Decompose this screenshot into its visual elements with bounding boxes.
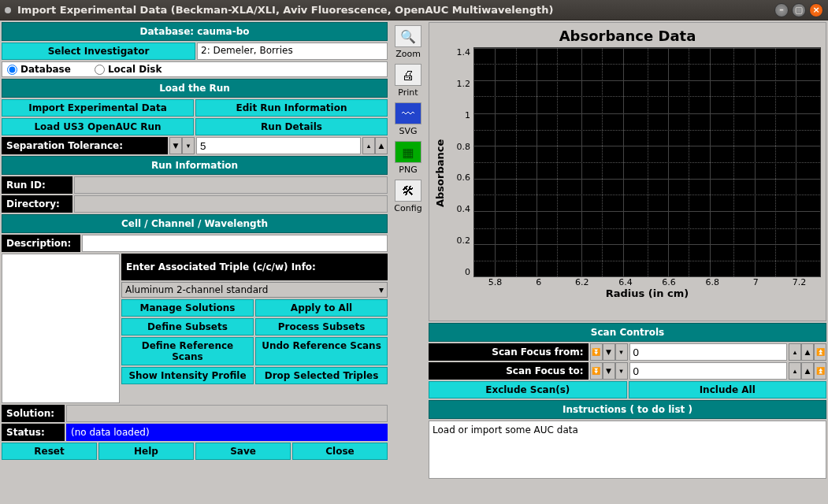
scan-to-input[interactable] (629, 362, 788, 380)
solution-field[interactable] (66, 405, 388, 422)
scan-from-bup[interactable]: ▲ (801, 343, 814, 361)
load-run-header: Load the Run (2, 79, 388, 98)
scan-from-dn[interactable]: ▾ (615, 343, 628, 361)
reset-button[interactable]: Reset (2, 443, 97, 460)
radio-database[interactable]: Database (7, 64, 71, 75)
define-subsets-button[interactable]: Define Subsets (121, 318, 254, 335)
help-button[interactable]: Help (98, 443, 194, 460)
scan-from-label: Scan Focus from: (429, 343, 589, 361)
zoom-tool[interactable]: 🔍 Zoom (392, 24, 425, 61)
chart: Absorbance Data Absorbance 1.4 1.2 1 0.8… (429, 22, 826, 321)
svg-tool[interactable]: 〰 SVG (392, 101, 425, 138)
print-tool[interactable]: 🖨 Print (392, 62, 425, 99)
source-radio-group: Database Local Disk (2, 61, 388, 77)
include-all-button[interactable]: Include All (629, 381, 827, 398)
sep-tol-big-up[interactable]: ▲ (375, 137, 388, 154)
scan-to-bup[interactable]: ▲ (801, 362, 814, 380)
apply-all-button[interactable]: Apply to All (255, 299, 388, 317)
triple-list[interactable] (2, 254, 120, 403)
scan-to-dn[interactable]: ▾ (615, 362, 628, 380)
exclude-scans-button[interactable]: Exclude Scan(s) (429, 381, 627, 398)
database-header: Database: cauma-bo (2, 22, 388, 41)
run-id-label: Run ID: (2, 176, 72, 194)
minimize-button[interactable]: – (774, 3, 789, 17)
scan-from-input[interactable] (629, 343, 788, 361)
chart-title: Absorbance Data (434, 28, 821, 44)
sep-tol-up[interactable]: ▴ (362, 137, 375, 154)
manage-solutions-button[interactable]: Manage Solutions (121, 299, 254, 317)
run-details-button[interactable]: Run Details (195, 118, 388, 135)
scan-from-bbup[interactable]: ⏫ (814, 343, 826, 361)
chart-xlabel: Radius (in cm) (450, 287, 821, 299)
triple-info-header: Enter Associated Triple (c/c/w) Info: (121, 254, 388, 280)
chart-ylabel: Absorbance (434, 47, 450, 299)
png-tool[interactable]: ▦ PNG (392, 139, 425, 176)
description-label: Description: (2, 235, 80, 252)
sep-tol-input[interactable] (196, 137, 361, 154)
load-us3-button[interactable]: Load US3 OpenAUC Run (2, 118, 194, 135)
scan-to-bbdn[interactable]: ⏬ (590, 362, 603, 380)
instructions-header: Instructions ( to do list ) (429, 400, 826, 419)
process-subsets-button[interactable]: Process Subsets (255, 318, 388, 335)
scan-to-bbup[interactable]: ⏫ (814, 362, 826, 380)
chevron-down-icon: ▾ (379, 284, 384, 295)
sep-tol-label: Separation Tolerance: (2, 137, 168, 154)
radio-local-disk[interactable]: Local Disk (95, 64, 162, 75)
close-button[interactable]: Close (292, 443, 388, 460)
directory-field[interactable] (74, 195, 388, 213)
investigator-field[interactable]: 2: Demeler, Borries (197, 43, 388, 60)
chart-yticks: 1.4 1.2 1 0.8 0.6 0.4 0.2 0 (450, 47, 473, 277)
undo-ref-button[interactable]: Undo Reference Scans (255, 337, 388, 365)
edit-run-button[interactable]: Edit Run Information (195, 99, 388, 117)
svg-icon: 〰 (395, 102, 421, 124)
instructions-text: Load or import some AUC data (429, 421, 826, 479)
window-dot-icon (5, 7, 11, 13)
run-id-field[interactable] (74, 176, 388, 194)
select-investigator-button[interactable]: Select Investigator (2, 43, 195, 60)
description-field[interactable] (82, 235, 388, 252)
sep-tol-big-down[interactable]: ▼ (169, 137, 182, 154)
config-tool[interactable]: 🛠 Config (392, 178, 425, 215)
scan-to-up[interactable]: ▴ (789, 362, 801, 380)
directory-label: Directory: (2, 195, 72, 213)
import-exp-button[interactable]: Import Experimental Data (2, 99, 194, 117)
plot-area[interactable] (473, 47, 821, 277)
scan-controls-header: Scan Controls (429, 323, 826, 342)
solution-label: Solution: (2, 405, 65, 422)
titlebar: Import Experimental Data (Beckman-XLA/XL… (0, 0, 828, 20)
scan-from-bdn[interactable]: ▼ (603, 343, 615, 361)
scan-from-bbdn[interactable]: ⏬ (590, 343, 603, 361)
png-icon: ▦ (395, 141, 421, 163)
scan-from-up[interactable]: ▴ (789, 343, 801, 361)
close-window-button[interactable]: × (809, 3, 823, 17)
scan-to-label: Scan Focus to: (429, 362, 589, 380)
save-button[interactable]: Save (195, 443, 291, 460)
show-intensity-button[interactable]: Show Intensity Profile (121, 367, 254, 384)
print-icon: 🖨 (395, 64, 421, 86)
sep-tol-down[interactable]: ▾ (182, 137, 195, 154)
run-info-header: Run Information (2, 156, 388, 175)
centerpiece-select[interactable]: Aluminum 2-channel standard ▾ (121, 282, 388, 298)
window-title: Import Experimental Data (Beckman-XLA/XL… (17, 4, 553, 16)
zoom-icon: 🔍 (395, 25, 421, 47)
ccw-header: Cell / Channel / Wavelength (2, 214, 388, 233)
status-label: Status: (2, 424, 65, 441)
status-value: (no data loaded) (66, 424, 388, 441)
scan-to-bdn[interactable]: ▼ (603, 362, 615, 380)
config-icon: 🛠 (395, 180, 421, 202)
chart-xticks: 5.8 6 6.2 6.4 6.6 6.8 7 7.2 (450, 277, 821, 287)
maximize-button[interactable]: ▢ (792, 3, 806, 17)
define-ref-button[interactable]: Define Reference Scans (121, 337, 254, 365)
drop-triples-button[interactable]: Drop Selected Triples (255, 367, 388, 384)
